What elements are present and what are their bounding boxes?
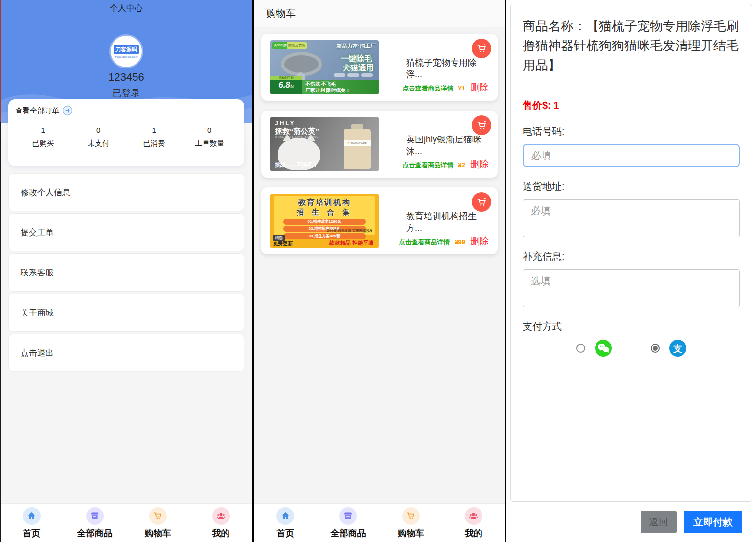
extra-info-input[interactable] (523, 269, 740, 307)
tab-all-products[interactable]: 全部商品 (63, 507, 126, 539)
view-detail-link[interactable]: 点击查看商品详情 (399, 238, 450, 247)
delete-button[interactable]: 删除 (470, 158, 489, 171)
menu-item-logout[interactable]: 点击退出 (8, 334, 244, 372)
stat-unpaid[interactable]: 0 未支付 (71, 126, 127, 148)
payment-options: 支 (523, 340, 740, 357)
tab-home[interactable]: 首页 (254, 507, 317, 539)
poster-tag: 免费更新 (273, 240, 293, 247)
cart-list: 满300减20 赠送运费险 新品力荐·淘工厂 一键除毛 犬猫通用 不伤肤 不飞毛… (254, 27, 505, 264)
home-icon (23, 507, 41, 525)
menu-item-about-mall[interactable]: 关于商城 (8, 294, 244, 332)
order-footer: 返回 立即付款 (506, 502, 756, 542)
login-status: 已登录 (0, 87, 252, 100)
promo-badge: 赠送运费险 (287, 42, 307, 49)
stat-consumed[interactable]: 1 已消费 (126, 126, 182, 148)
price-text: 售价$: 1 (523, 99, 740, 112)
address-input[interactable] (523, 199, 740, 237)
tab-all-products[interactable]: 全部商品 (317, 507, 379, 539)
panel-order-form: 商品名称：【猫梳子宠物专用除浮毛刷撸猫神器针梳狗狗猫咪毛发清理开结毛用品】 售价… (506, 0, 756, 542)
alipay-radio[interactable] (651, 344, 660, 353)
user-icon (212, 507, 230, 525)
tab-cart[interactable]: 购物车 (380, 507, 442, 539)
order-card: 商品名称：【猫梳子宠物专用除浮毛刷撸猫神器针梳狗狗猫咪毛发清理开结毛用品】 售价… (510, 4, 752, 502)
store-icon (339, 507, 357, 525)
cart-badge-icon[interactable] (472, 115, 491, 135)
image-price-block: 活动到手价6.8起 (270, 76, 302, 94)
cart-item-edu-material[interactable]: 教育培训机构 招 生 合 集 01.招生话术1290套 02.地推招生368套 … (261, 187, 498, 254)
bottle-graphic (344, 129, 371, 169)
screen-edge-artifact (0, 0, 1, 542)
address-label: 送货地址: (523, 180, 740, 193)
cart-icon (402, 507, 420, 525)
view-detail-link[interactable]: 点击查看商品详情 (403, 84, 454, 93)
personal-center-title: 个人中心 (110, 2, 143, 14)
alipay-icon: 支 (669, 340, 686, 357)
view-all-orders-link[interactable]: 查看全部订单 (15, 105, 237, 116)
arrow-right-icon (62, 105, 73, 116)
poster-bar: 01.招生话术1290套 (283, 219, 366, 225)
tab-mine[interactable]: 我的 (189, 507, 252, 539)
cart-item-meta: 点击查看商品详情 ¥1 删除 (403, 81, 489, 94)
menu-item-contact-support[interactable]: 联系客服 (8, 253, 244, 292)
tabbar-mid: 首页 全部商品 购物车 我的 (254, 503, 505, 542)
store-icon (86, 507, 104, 525)
product-image-edu-material[interactable]: 教育培训机构 招 生 合 集 01.招生话术1290套 02.地推招生368套 … (270, 194, 379, 248)
extra-info-label: 补充信息: (523, 250, 740, 263)
panel-shopping-cart: 购物车 满300减20 赠送运费险 新品力荐·淘工厂 一键除毛 犬猫通用 不伤肤… (254, 0, 505, 542)
item-price: ¥99 (455, 238, 465, 246)
cart-icon (149, 507, 167, 525)
product-image-pet-brush[interactable]: 满300减20 赠送运费险 新品力荐·淘工厂 一键除毛 犬猫通用 不伤肤 不飞毛… (270, 40, 379, 94)
tabbar-left: 首页 全部商品 购物车 我的 (0, 503, 252, 542)
feature-pills (334, 73, 373, 77)
product-name: 商品名称：【猫梳子宠物专用除浮毛刷撸猫神器针梳狗狗猫咪毛发清理开结毛用品】 (511, 4, 752, 86)
menu-item-submit-ticket[interactable]: 提交工单 (8, 213, 244, 251)
stat-tickets[interactable]: 0 工单数量 (182, 126, 238, 148)
image-promo-strip: 不伤肤 不飞毛 厂家让利 限时疯抢！ (302, 80, 379, 94)
order-body: 售价$: 1 电话号码: 送货地址: 补充信息: 支付方式 (511, 86, 752, 357)
cart-badge-icon[interactable] (472, 39, 491, 58)
pay-now-button[interactable]: 立即付款 (684, 511, 742, 533)
poster-note: 24小时自动发货 百度网盘秒发 (327, 228, 373, 233)
page-title: 个人中心 (0, 0, 252, 16)
username: 123456 (0, 71, 252, 84)
app-root: 个人中心 刀客源码 www.dkewl.com 123456 已登录 查看全部订… (0, 0, 756, 542)
menu-item-edit-profile[interactable]: 修改个人信息 (8, 173, 244, 211)
logo-text: 刀客源码 (114, 45, 139, 54)
avatar[interactable]: 刀客源码 www.dkewl.com (111, 36, 142, 67)
image-brand-text: JHLY (275, 120, 296, 127)
cart-item-cat-shampoo[interactable]: JHLY 拯救“蒲公英” MAKE CATS LOVE BATHING CLEA… (261, 111, 498, 178)
wechat-radio[interactable] (576, 344, 585, 353)
tab-home[interactable]: 首页 (0, 507, 63, 539)
item-price: ¥2 (458, 161, 465, 169)
image-headline: 一键除毛 (341, 54, 372, 64)
cart-badge-icon[interactable] (472, 192, 491, 212)
product-image-cat-shampoo[interactable]: JHLY 拯救“蒲公英” MAKE CATS LOVE BATHING CLEA… (270, 117, 379, 171)
payment-option-wechat[interactable] (576, 340, 612, 357)
cart-item-meta: 点击查看商品详情 ¥2 删除 (403, 158, 489, 171)
stat-purchased[interactable]: 1 已购买 (15, 126, 71, 148)
view-all-orders-label: 查看全部订单 (15, 106, 59, 115)
poster-slogan: 款款精品 拒绝平庸 (329, 239, 374, 247)
delete-button[interactable]: 删除 (470, 235, 489, 248)
cart-item-meta: 点击查看商品详情 ¥99 删除 (399, 235, 489, 248)
image-brand-text: 新品力荐·淘工厂 (336, 43, 376, 50)
order-stats: 1 已购买 0 未支付 1 已消费 0 工单数量 (15, 126, 237, 148)
profile-menu: 修改个人信息 提交工单 联系客服 关于商城 点击退出 (8, 173, 244, 372)
logo-url: www.dkewl.com (115, 55, 138, 58)
delete-button[interactable]: 删除 (470, 81, 489, 94)
view-detail-link[interactable]: 点击查看商品详情 (403, 161, 454, 170)
back-button[interactable]: 返回 (641, 511, 677, 533)
user-icon (465, 507, 482, 525)
item-price: ¥1 (458, 85, 465, 92)
home-icon (276, 507, 294, 525)
poster-bar: 03.招生方案820套 (283, 233, 366, 239)
orders-overview-card: 查看全部订单 1 已购买 0 未支付 1 已消费 (8, 99, 244, 166)
cart-item-pet-brush[interactable]: 满300减20 赠送运费险 新品力荐·淘工厂 一键除毛 犬猫通用 不伤肤 不飞毛… (261, 34, 498, 101)
payment-method-label: 支付方式 (523, 320, 740, 333)
tab-cart[interactable]: 购物车 (126, 507, 189, 539)
payment-option-alipay[interactable]: 支 (651, 340, 686, 357)
image-tagline: 挑战——不掉毛！ (275, 161, 318, 169)
image-headline: 犬猫通用 (343, 63, 374, 73)
tab-mine[interactable]: 我的 (442, 507, 505, 539)
phone-input[interactable] (523, 144, 740, 167)
